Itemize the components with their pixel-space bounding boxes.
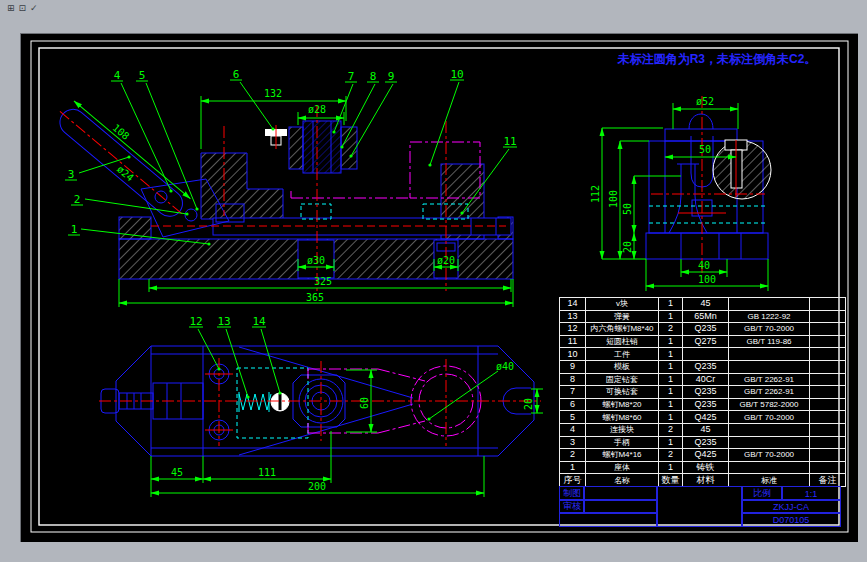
drawing-canvas[interactable]: 108 ø24 xyxy=(20,33,858,542)
bom-cell: 10 xyxy=(560,348,586,361)
dim-dia52: ø52 xyxy=(696,96,714,107)
bom-cell: GB/T 70-2000 xyxy=(729,449,810,462)
dim-dia30: ø30 xyxy=(307,255,325,266)
bom-cell: 45 xyxy=(683,298,729,311)
bom-cell: 可换钻套 xyxy=(586,386,659,399)
title-middle-cell xyxy=(656,486,743,527)
bom-row: 6螺钉M8*201Q235GB/T 5782-2000 xyxy=(560,398,846,411)
bom-cell: 弹簧 xyxy=(586,310,659,323)
bom-cell: 2 xyxy=(659,323,683,336)
bom-cell: 螺钉M8*20 xyxy=(586,398,659,411)
bom-header-row: 序号名称数量材料标准备注 xyxy=(560,474,846,487)
bom-cell: 1 xyxy=(659,360,683,373)
balloon-1: 1 xyxy=(71,223,78,236)
dim-111: 111 xyxy=(258,467,276,478)
bom-header-cell: 名称 xyxy=(586,474,659,487)
bom-row: 7可换钻套1Q235GB/T 2262-91 xyxy=(560,386,846,399)
balloon-2: 2 xyxy=(74,193,81,206)
bom-cell: 1 xyxy=(659,298,683,311)
side-view: ø52 50 112 100 50 20 40 100 xyxy=(590,96,771,291)
bom-cell: Q235 xyxy=(683,436,729,449)
balloon-5: 5 xyxy=(139,69,146,82)
bom-body: 14v块14513弹簧165MnGB 1222-9212内六角螺钉M8*402Q… xyxy=(560,298,846,487)
bom-row: 14v块145 xyxy=(560,298,846,311)
bom-cell: 11 xyxy=(560,335,586,348)
bom-cell xyxy=(810,398,846,411)
front-view: 108 ø24 xyxy=(52,68,517,307)
bom-row: 12内六角螺钉M8*402Q235GB/T 70-2000 xyxy=(560,323,846,336)
bom-cell: 工件 xyxy=(586,348,659,361)
dim-45: 45 xyxy=(171,467,183,478)
bom-cell: 2 xyxy=(659,449,683,462)
dim-112: 112 xyxy=(590,185,601,203)
bom-cell xyxy=(810,310,846,323)
bom-cell: 1 xyxy=(659,461,683,474)
dim-365: 365 xyxy=(306,292,324,303)
bom-cell xyxy=(810,348,846,361)
bom-cell: Q235 xyxy=(683,360,729,373)
bom-cell xyxy=(683,348,729,361)
bom-header-cell: 标准 xyxy=(729,474,810,487)
dim-dia20: ø20 xyxy=(437,255,455,266)
bom-row: 4连接块245 xyxy=(560,423,846,436)
title-number: D070105 xyxy=(741,512,841,527)
bom-cell: 模板 xyxy=(586,360,659,373)
balloon-14: 14 xyxy=(252,315,266,328)
dim-132: 132 xyxy=(264,88,282,99)
dim-50v: 50 xyxy=(622,203,633,215)
bom-cell: 6 xyxy=(560,398,586,411)
dim-50: 50 xyxy=(699,144,711,155)
dim-dia28: ø28 xyxy=(308,104,326,115)
bom-cell: 4 xyxy=(560,423,586,436)
drawing-note: 未标注圆角为R3，未标注倒角未C2。 xyxy=(591,51,843,68)
bom-row: 1座体1铸铁 xyxy=(560,461,846,474)
bom-cell xyxy=(810,335,846,348)
bom-cell xyxy=(729,348,810,361)
balloon-6: 6 xyxy=(233,68,240,81)
bom-row: 9模板1Q235 xyxy=(560,360,846,373)
bom-row: 8固定钻套140CrGB/T 2262-91 xyxy=(560,373,846,386)
bom-cell: 1 xyxy=(659,310,683,323)
bom-cell xyxy=(810,386,846,399)
bom-cell: GB 1222-92 xyxy=(729,310,810,323)
dim-40: 40 xyxy=(698,260,710,271)
dim-100v: 100 xyxy=(608,190,619,208)
bom-cell: 14 xyxy=(560,298,586,311)
bom-cell: Q235 xyxy=(683,398,729,411)
bom-cell: 1 xyxy=(659,386,683,399)
balloon-4: 4 xyxy=(114,69,121,82)
bom-cell: 连接块 xyxy=(586,423,659,436)
grid-icon: ⊞ xyxy=(7,3,19,13)
balloon-3: 3 xyxy=(68,168,75,181)
set-screw-glyph xyxy=(265,125,287,149)
bom-cell: 65Mn xyxy=(683,310,729,323)
bom-header-cell: 材料 xyxy=(683,474,729,487)
bom-cell: Q235 xyxy=(683,323,729,336)
bom-cell: Q425 xyxy=(683,449,729,462)
bom-cell: GB/T 70-2000 xyxy=(729,411,810,424)
bom-cell: 1 xyxy=(659,398,683,411)
balloon-10: 10 xyxy=(450,68,463,81)
dim-100b: 100 xyxy=(698,274,716,285)
title-block: 制图 审核 比例 1:1 ZKJJ-CA D070105 xyxy=(559,486,839,525)
bom-cell: v块 xyxy=(586,298,659,311)
check-icon: ✓ xyxy=(30,3,42,13)
dim-20v: 20 xyxy=(622,241,633,253)
dim-dia40: ø40 xyxy=(496,361,514,372)
bom-cell: GB/T 70-2000 xyxy=(729,323,810,336)
bom-cell: 固定钻套 xyxy=(586,373,659,386)
dim-325: 325 xyxy=(314,276,332,287)
bom-cell: 8 xyxy=(560,373,586,386)
bom-cell: 螺钉M4*16 xyxy=(586,449,659,462)
bom-cell: 1 xyxy=(659,373,683,386)
bom-row: 3手柄1Q235 xyxy=(560,436,846,449)
bom-cell: 45 xyxy=(683,423,729,436)
balloon-12: 12 xyxy=(189,315,202,328)
box-icon: ⊡ xyxy=(19,3,31,13)
bom-cell: 3 xyxy=(560,436,586,449)
bom-cell xyxy=(729,436,810,449)
bom-cell: 40Cr xyxy=(683,373,729,386)
bom-cell: 1 xyxy=(659,436,683,449)
bom-cell: Q275 xyxy=(683,335,729,348)
balloon-9: 9 xyxy=(388,70,395,83)
